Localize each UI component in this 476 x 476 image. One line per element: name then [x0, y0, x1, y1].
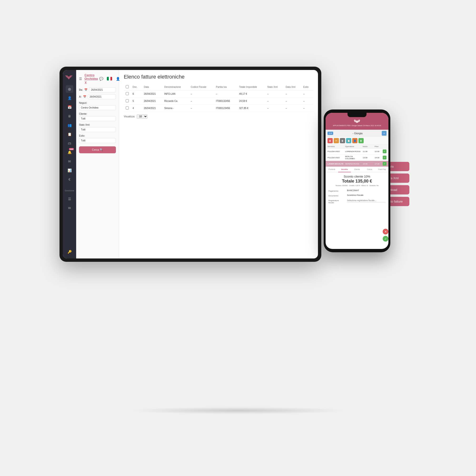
th-checkbox — [124, 84, 131, 90]
tablet-header: ☰ Centro Orchidea ∨ 💬 👤 — [79, 73, 116, 84]
filter-a-input[interactable] — [88, 94, 116, 99]
start-1: 11:30 — [363, 151, 374, 153]
services-col-inizio: Inizio — [363, 145, 374, 148]
operator-3: SERENA ROSSI — [345, 163, 363, 165]
sidebar-item-settings[interactable]: 🔑 — [66, 248, 73, 255]
check-1: ✓ — [383, 150, 387, 153]
phone-device: APPUNTAMENTO PER: Giorgia Sabato 26 Marz… — [324, 109, 390, 252]
sidebar-item-archive[interactable]: 🗃 — [66, 139, 73, 147]
scene: ◎ 👤 📅 🖥 👥 📋 🗃 🔔 new ✉ 📊 € Gestione ☰ ✉ 🔑 — [48, 48, 428, 428]
client-number: 1 — [329, 132, 330, 135]
language-flag[interactable] — [107, 77, 112, 81]
service-row-2: PULIZIA VISO MON CA COLOMBO 13:30 14:30 … — [325, 154, 389, 161]
tab-preferiti[interactable]: Preferiti — [325, 167, 338, 172]
sidebar-logo — [65, 73, 74, 81]
th-esito: Esito — [301, 84, 313, 90]
phone-action-row: 🗑 ✏ 🗑 📋 👤 🗑 — [325, 137, 389, 145]
filter-da-row: Da: 📅 — [79, 87, 116, 92]
service-name-3: LASER DECOLTE — [327, 163, 345, 165]
operator-1: LORENZA ROSSI — [345, 151, 363, 153]
fab-close-button[interactable]: ✕ — [383, 229, 389, 235]
services-col-operatore: Operatore — [345, 145, 363, 148]
cell-data-1: 26/04/2021 — [142, 98, 162, 105]
end-2: 14:30 — [374, 157, 379, 159]
registratore-input[interactable] — [347, 199, 386, 202]
table-header-row: Doc. Data Denominazione Codice Fiscale P… — [124, 84, 313, 90]
cell-denom-2: Simona - — [162, 105, 189, 112]
sidebar-item-charts[interactable]: 📊 — [66, 167, 73, 174]
check-2: ✓ — [383, 156, 387, 159]
th-totale-imponibile: Totale Imponibile — [237, 84, 265, 90]
esito-select[interactable]: Tutti — [79, 138, 116, 143]
edit-btn[interactable]: ✏ — [334, 138, 339, 143]
stato-xml-label: Stato Xml: — [79, 123, 116, 126]
person-btn[interactable]: 👤 — [352, 138, 357, 143]
services-header: Servizio Operatore Inizio Fine — [325, 145, 389, 149]
delete-btn[interactable]: 🗑 — [327, 138, 333, 143]
start-2: 13:30 — [363, 157, 374, 159]
sidebar-item-mail[interactable]: ✉ — [66, 204, 73, 212]
client-name: - Giorgia — [353, 132, 362, 135]
add-client-icon[interactable]: + — [382, 131, 387, 136]
negozi-label: Negozi: — [79, 102, 116, 104]
client-number-badge[interactable]: 1 ▾ — [327, 132, 333, 135]
cell-doc-0: 6 — [131, 90, 142, 98]
menu-icon[interactable]: ☰ — [79, 77, 82, 81]
th-stato-xml: Stato Xml — [265, 84, 284, 90]
invoice-content: Elenco fatture elettroniche Doc. Data De… — [119, 70, 318, 258]
sidebar-item-monitor[interactable]: 🖥 — [66, 112, 73, 120]
sidebar-item-users[interactable]: 👤 — [66, 94, 73, 102]
sidebar-item-contacts[interactable]: 📋 — [66, 130, 73, 138]
row-checkbox-0[interactable] — [126, 92, 129, 95]
service-row-3: LASER DECOLTE SERENA ROSSI 15:46 17:16 ✓ — [325, 161, 389, 167]
cliente-select[interactable]: Tutti — [79, 116, 116, 121]
visualizza-label: Visualizza: — [124, 115, 135, 118]
sidebar-item-calendar[interactable]: 📅 — [66, 103, 73, 111]
service-row-1: PULIZIA VISO LORENZA ROSSI 11:30 12:30 ✓ — [325, 149, 389, 154]
discount-text: Sconto cliente 10% — [328, 175, 386, 178]
sidebar-item-dashboard[interactable]: ◎ — [66, 85, 73, 93]
cell-totale-0: 49,17 € — [237, 90, 265, 98]
row-checkbox-1[interactable] — [126, 99, 129, 102]
sidebar-item-team[interactable]: 👥 — [66, 121, 73, 129]
cell-totale-2: 327,85 € — [237, 105, 265, 112]
th-doc: Doc. — [131, 84, 142, 90]
filter-a-label: A: — [79, 95, 82, 98]
copy-btn[interactable]: 📋 — [346, 138, 351, 143]
invoice-table: Doc. Data Denominazione Codice Fiscale P… — [124, 84, 313, 112]
tab-fastpay[interactable]: Fast Pay — [376, 167, 389, 172]
sidebar-item-list[interactable]: ☰ — [66, 195, 73, 203]
tab-vendita[interactable]: Vendita — [338, 167, 351, 172]
pagamento-row: Pagamento: BANCOMAT — [328, 189, 386, 192]
filter-da-input[interactable] — [89, 87, 116, 92]
select-all-checkbox[interactable] — [126, 85, 129, 88]
phone-notch — [347, 113, 367, 117]
cell-data-xml-0: – — [284, 90, 301, 98]
visualizza-select[interactable]: 10 — [136, 114, 148, 119]
stato-xml-select[interactable]: Tutti — [79, 127, 116, 132]
service-name-1: PULIZIA VISO — [327, 151, 345, 153]
tab-cerca[interactable]: Cerca — [363, 167, 376, 172]
card-info: Tessera: 000082 · Credito: 0,00 € · Atti… — [328, 185, 386, 186]
negozi-select[interactable]: Centro Orchidea — [79, 105, 116, 110]
shop-title[interactable]: Centro Orchidea ∨ — [85, 73, 98, 84]
th-codice-fiscale: Codice Fiscale — [189, 84, 214, 90]
row-checkbox-2[interactable] — [126, 106, 129, 109]
svg-point-5 — [356, 120, 358, 123]
sidebar-item-notifications[interactable]: 🔔 new — [66, 149, 73, 156]
confirm-delete-btn[interactable]: 🗑 — [358, 138, 364, 143]
fab-confirm-button[interactable]: ✓ — [383, 236, 389, 241]
chat-icon[interactable]: 💬 — [98, 75, 104, 82]
pagamento-value: BANCOMAT — [347, 189, 386, 192]
notification-badge: new — [69, 148, 74, 150]
remove-btn[interactable]: 🗑 — [340, 138, 345, 143]
sidebar-item-messages[interactable]: ✉ — [66, 157, 73, 165]
tab-cliente[interactable]: Cliente — [351, 167, 363, 172]
search-button[interactable]: Cerca 🔍 — [79, 146, 116, 153]
dropdown-icon: ▾ — [331, 132, 332, 135]
cell-doc-1: 5 — [131, 98, 142, 105]
table-row: 6 26/04/2021 INFO-LAN – – 49,17 € – – – — [124, 90, 313, 98]
end-1: 12:30 — [374, 151, 379, 153]
tablet-sidebar: ◎ 👤 📅 🖥 👥 📋 🗃 🔔 new ✉ 📊 € Gestione ☰ ✉ 🔑 — [63, 70, 76, 258]
sidebar-item-billing[interactable]: € — [66, 176, 73, 183]
